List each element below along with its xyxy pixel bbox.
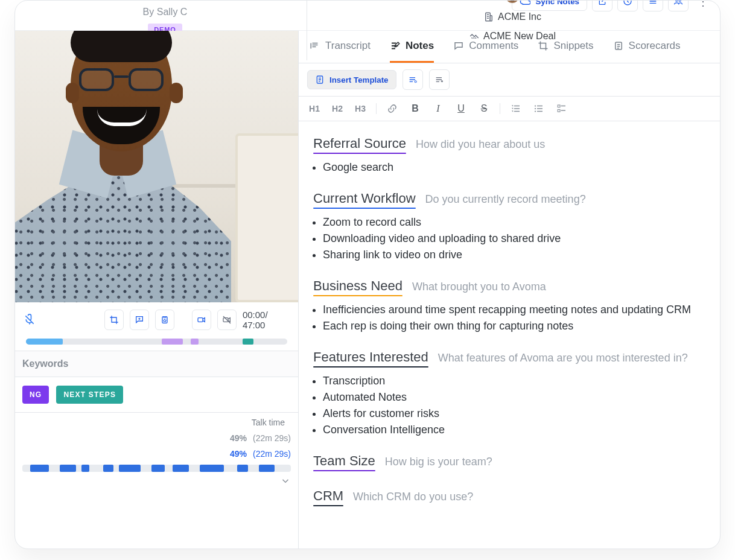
list-item[interactable]: Conversation Intelligence <box>323 424 705 436</box>
lock-template-button[interactable] <box>402 69 423 90</box>
section-title: Features Interested <box>313 349 428 368</box>
svg-rect-4 <box>490 15 492 21</box>
insert-template-label: Insert Template <box>329 75 389 84</box>
list-item[interactable]: Transcription <box>323 375 705 387</box>
note-section[interactable]: Features InterestedWhat features of Avom… <box>313 349 705 436</box>
fmt-checklist[interactable] <box>555 101 569 116</box>
svg-rect-15 <box>558 105 560 107</box>
svg-point-13 <box>535 108 536 109</box>
list-item[interactable]: Each rep is doing their own thing for ca… <box>323 320 705 332</box>
video-preview[interactable] <box>15 31 298 302</box>
fmt-link[interactable] <box>385 101 399 116</box>
crop-button[interactable] <box>104 310 124 330</box>
section-title: Current Workflow <box>313 191 416 209</box>
player-time: 00:00/ 47:00 <box>243 310 290 330</box>
transcript-icon <box>310 40 320 51</box>
account-name: ACME Inc <box>498 11 541 22</box>
author-avatar[interactable] <box>159 0 172 1</box>
building-icon <box>483 11 494 22</box>
tab-transcript-label: Transcript <box>325 40 371 52</box>
talk-pct-1: 49% <box>230 433 247 443</box>
scrub-track[interactable] <box>26 339 287 345</box>
section-list[interactable]: Google search <box>323 161 705 174</box>
section-title: Referral Source <box>313 136 406 154</box>
note-section[interactable]: Team SizeHow big is your team? <box>313 453 705 471</box>
deal-name: ACME New Deal <box>483 31 556 42</box>
insert-template-button[interactable]: Insert Template <box>307 70 396 89</box>
talk-row: 49% (22m 29s) <box>22 433 291 443</box>
camera-button[interactable] <box>192 310 211 330</box>
svg-rect-11 <box>415 81 416 82</box>
separator <box>376 103 377 114</box>
notes-editor[interactable]: Referral SourceHow did you hear about us… <box>299 121 720 549</box>
list-item[interactable]: Zoom to record calls <box>323 216 705 229</box>
talk-dur-2: (22m 29s) <box>253 449 291 459</box>
keywords-title: Keywords <box>22 358 68 369</box>
chip-ng[interactable]: NG <box>22 386 49 404</box>
notes-icon <box>390 40 401 51</box>
list-item[interactable]: Alerts for customer risks <box>323 407 705 420</box>
talk-dur-1: (22m 29s) <box>253 433 291 443</box>
svg-rect-16 <box>558 110 560 112</box>
note-section[interactable]: Business NeedWhat brought you to AvomaIn… <box>313 278 705 332</box>
list-item[interactable]: Sharing link to video on drive <box>323 249 705 261</box>
fmt-h2[interactable]: H2 <box>330 101 345 116</box>
talk-chevron-icon[interactable] <box>280 476 291 486</box>
talk-row: 49% (22m 29s) <box>22 449 291 459</box>
section-list[interactable]: TranscriptionAutomated NotesAlerts for c… <box>323 375 705 436</box>
section-title: Business Need <box>313 278 402 296</box>
fmt-ol[interactable] <box>509 101 523 116</box>
svg-rect-6 <box>198 318 203 322</box>
fmt-h1[interactable]: H1 <box>307 101 322 116</box>
deal-link[interactable]: ACME New Deal <box>469 31 556 42</box>
fmt-ul[interactable] <box>532 101 546 116</box>
section-subtitle: Which CRM do you use? <box>353 491 473 503</box>
section-title: Team Size <box>313 453 375 471</box>
auto-template-button[interactable] <box>429 69 450 90</box>
account-avatar[interactable] <box>506 0 519 3</box>
list-item[interactable]: Automated Notes <box>323 391 705 404</box>
talk-bar[interactable] <box>22 465 291 472</box>
clipboard-star-button[interactable] <box>155 310 174 330</box>
svg-point-12 <box>535 105 536 106</box>
note-section[interactable]: CRMWhich CRM do you use? <box>313 488 705 506</box>
account-link[interactable]: ACME Inc <box>483 11 541 22</box>
tab-snippets-label: Snippets <box>553 40 593 52</box>
note-section[interactable]: Current WorkflowDo you currently record … <box>313 191 705 261</box>
talk-pct-2: 49% <box>230 449 247 459</box>
mic-off-icon[interactable] <box>24 314 36 326</box>
section-subtitle: How did you hear about us <box>416 138 545 151</box>
fmt-underline[interactable]: U <box>454 101 468 116</box>
handshake-icon <box>469 31 480 42</box>
svg-point-14 <box>535 110 536 112</box>
section-list[interactable]: Inefficiencies around time spent recappi… <box>323 304 705 332</box>
chip-next-steps[interactable]: NEXT STEPS <box>56 386 123 404</box>
keywords-header[interactable]: Keywords <box>15 351 298 377</box>
section-title: CRM <box>313 488 343 506</box>
note-section[interactable]: Referral SourceHow did you hear about us… <box>313 136 705 174</box>
scorecards-icon <box>613 40 624 51</box>
comment-plus-button[interactable] <box>130 310 149 330</box>
fmt-italic[interactable]: I <box>431 101 445 116</box>
list-item[interactable]: Inefficiencies around time spent recappi… <box>323 304 705 316</box>
separator <box>500 103 500 114</box>
section-subtitle: What features of Avoma are you most inte… <box>438 352 688 364</box>
fmt-bold[interactable]: B <box>408 101 422 116</box>
section-list[interactable]: Zoom to record callsDownloading video an… <box>323 216 705 261</box>
section-subtitle: Do you currently record meeting? <box>425 193 586 206</box>
tab-notes-label: Notes <box>406 40 434 52</box>
fmt-h3[interactable]: H3 <box>353 101 368 116</box>
comments-icon <box>453 40 464 51</box>
snippets-icon <box>538 40 549 51</box>
by-line: By Sally C <box>143 7 188 18</box>
tab-scorecards-label: Scorecards <box>629 40 681 52</box>
list-item[interactable]: Downloading video and uploading to share… <box>323 232 705 245</box>
list-item[interactable]: Google search <box>323 161 705 174</box>
section-subtitle: What brought you to Avoma <box>412 281 546 293</box>
talk-time-title: Talk time <box>22 418 291 427</box>
tab-comments-label: Comments <box>469 40 518 52</box>
camera-off-button[interactable] <box>217 310 237 330</box>
section-subtitle: How big is your team? <box>385 456 492 468</box>
template-icon <box>315 75 325 84</box>
fmt-strike[interactable]: S <box>477 101 491 116</box>
